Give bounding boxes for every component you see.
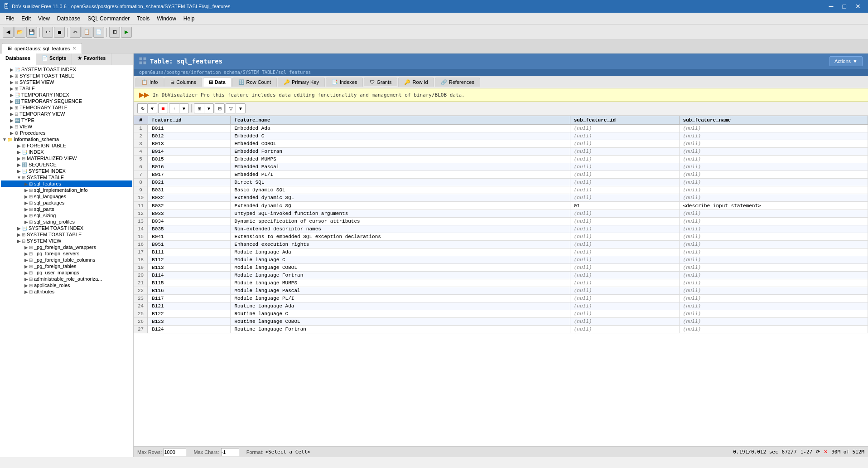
table-row[interactable]: 5B015Embedded MUMPS(null)(null) bbox=[134, 156, 868, 163]
tree-item-sql-implementation-info[interactable]: ▶⊞sql_implementation_info bbox=[1, 187, 132, 193]
tree-item-system-toast-table[interactable]: ▶⊞SYSTEM TOAST TABLE bbox=[1, 231, 132, 238]
expand-icon[interactable]: ▶ bbox=[16, 156, 22, 161]
max-rows-input[interactable] bbox=[164, 448, 186, 456]
tree-item-system-toast-index[interactable]: ▶📑SYSTEM TOAST INDEX bbox=[1, 225, 132, 231]
tree-item-system-index[interactable]: ▶📑SYSTEM INDEX bbox=[1, 168, 132, 174]
tree-item-sequence[interactable]: ▶🔢SEQUENCE bbox=[1, 161, 132, 168]
col-header-num[interactable]: # bbox=[134, 116, 148, 125]
menu-item-sql commander[interactable]: SQL Commander bbox=[84, 15, 133, 23]
expand-icon[interactable]: ▼ bbox=[2, 137, 7, 142]
nav-tab-primary-key[interactable]: 🔑Primary Key bbox=[278, 78, 325, 87]
expand-icon[interactable]: ▶ bbox=[9, 80, 14, 85]
table-row[interactable]: 3B013Embedded COBOL(null)(null) bbox=[134, 140, 868, 148]
nav-tab-row-count[interactable]: 🔢Row Count bbox=[232, 78, 277, 87]
table-row[interactable]: 13B034Dynamic specification of cursor at… bbox=[134, 218, 868, 225]
menu-item-tools[interactable]: Tools bbox=[133, 15, 153, 23]
refresh-button[interactable]: ↩ bbox=[42, 27, 53, 38]
tree-item-index[interactable]: ▶📑INDEX bbox=[1, 149, 132, 155]
tree-item-sql-sizing-profiles[interactable]: ▶⊞sql_sizing_profiles bbox=[1, 219, 132, 225]
table-row[interactable]: 1B011Embedded Ada(null)(null) bbox=[134, 125, 868, 132]
tree-item-sql-sizing[interactable]: ▶⊞sql_sizing bbox=[1, 212, 132, 219]
expand-icon[interactable]: ▶ bbox=[16, 169, 22, 174]
tree-item-temporary-view[interactable]: ▶⊟TEMPORARY VIEW bbox=[1, 111, 132, 117]
menu-item-database[interactable]: Database bbox=[53, 15, 84, 23]
back-button[interactable]: ◀ bbox=[3, 27, 14, 38]
open-button[interactable]: 📂 bbox=[14, 27, 25, 38]
menu-item-view[interactable]: View bbox=[34, 15, 53, 23]
expand-icon[interactable]: ▶ bbox=[16, 143, 22, 148]
table-row[interactable]: 7B017Embedded PL/I(null)(null) bbox=[134, 171, 868, 179]
expand-icon[interactable]: ▶ bbox=[24, 251, 29, 256]
tree-item-system-toast-index[interactable]: ▶📑SYSTEM TOAST INDEX bbox=[1, 66, 132, 73]
expand-icon[interactable]: ▶ bbox=[9, 73, 14, 78]
expand-icon[interactable]: ▶ bbox=[16, 150, 22, 155]
table-container[interactable]: # feature_id feature_name sub_feature_id… bbox=[134, 116, 868, 446]
expand-icon[interactable]: ▶ bbox=[16, 239, 22, 244]
expand-icon[interactable]: ▶ bbox=[24, 207, 29, 212]
expand-icon[interactable]: ▶ bbox=[24, 219, 29, 224]
expand-icon[interactable]: ▶ bbox=[9, 124, 14, 129]
table-row[interactable]: 6B016Embedded Pascal(null)(null) bbox=[134, 163, 868, 171]
expand-icon[interactable]: ▶ bbox=[9, 118, 14, 123]
expand-icon[interactable]: ▶ bbox=[9, 86, 14, 91]
tree-item-administrable-role-authoriza---[interactable]: ▶⊟administrable_role_authoriza... bbox=[1, 276, 132, 282]
tree-item-system-view[interactable]: ▶⊟SYSTEM VIEW bbox=[1, 79, 132, 85]
expand-icon[interactable]: ▶ bbox=[9, 105, 14, 110]
maximize-button[interactable]: □ bbox=[839, 2, 850, 11]
table-row[interactable]: 10B032Extended dynamic SQL(null)(null) bbox=[134, 194, 868, 202]
tree-item-procedures[interactable]: ▶⚙Procedures bbox=[1, 130, 132, 136]
table-row[interactable]: 14B035Non-extended descriptor names(null… bbox=[134, 225, 868, 233]
table-row[interactable]: 27B124Routine language Fortran(null)(nul… bbox=[134, 326, 868, 333]
expand-icon[interactable]: ▶ bbox=[24, 258, 29, 263]
col-header-feature-id[interactable]: feature_id bbox=[148, 116, 231, 125]
tree-item-foreign-table[interactable]: ▶⊞FOREIGN TABLE bbox=[1, 142, 132, 149]
tree-item--pg-foreign-servers[interactable]: ▶⊟_pg_foreign_servers bbox=[1, 250, 132, 257]
expand-icon[interactable]: ▶ bbox=[24, 194, 29, 199]
expand-icon[interactable]: ▶ bbox=[24, 264, 29, 269]
col-header-sub-feature-id[interactable]: sub_feature_id bbox=[570, 116, 679, 125]
table-row[interactable]: 2B012Embedded C(null)(null) bbox=[134, 132, 868, 140]
sidebar-tab-favorites[interactable]: ★ Favorites bbox=[72, 54, 111, 65]
expand-icon[interactable]: ▶ bbox=[24, 277, 29, 282]
dropdown-arrow-button[interactable]: ▼ bbox=[147, 103, 157, 113]
tree-item-attributes[interactable]: ▶⊟attributes bbox=[1, 288, 132, 295]
tree-item-view[interactable]: ▶⊟VIEW bbox=[1, 123, 132, 130]
tree-item-sql-languages[interactable]: ▶⊞sql_languages bbox=[1, 193, 132, 200]
tree-item-sql-features[interactable]: ▶⊞sql_features bbox=[1, 180, 132, 187]
tree-item-sql-parts[interactable]: ▶⊞sql_parts bbox=[1, 206, 132, 212]
table-row[interactable]: 23B117Module language PL/I(null)(null) bbox=[134, 295, 868, 302]
titlebar-controls[interactable]: ─ □ ✕ bbox=[825, 2, 864, 11]
sidebar-tab-databases[interactable]: Databases bbox=[0, 54, 36, 65]
execute-button[interactable]: ▶ bbox=[121, 27, 132, 38]
tree-item-temporary-table[interactable]: ▶⊞TEMPORARY TABLE bbox=[1, 104, 132, 111]
tree-item--pg-foreign-data-wrappers[interactable]: ▶⊟_pg_foreign_data_wrappers bbox=[1, 244, 132, 250]
tree-item-materialized-view[interactable]: ▶⊟MATERIALIZED VIEW bbox=[1, 155, 132, 161]
grid-button[interactable]: ⊞ bbox=[109, 27, 120, 38]
expand-icon[interactable]: ▶ bbox=[9, 112, 14, 117]
col-header-sub-feature-name[interactable]: sub_feature_name bbox=[679, 116, 868, 125]
expand-icon[interactable]: ▶ bbox=[16, 232, 22, 237]
expand-icon[interactable]: ▶ bbox=[16, 162, 22, 167]
table-row[interactable]: 26B123Routine language COBOL(null)(null) bbox=[134, 318, 868, 326]
tree-item-system-table[interactable]: ▼⊞SYSTEM TABLE bbox=[1, 174, 132, 180]
nav-tab-data[interactable]: ⊞Data bbox=[203, 78, 231, 87]
tree-item-temporary-sequence[interactable]: ▶🔢TEMPORARY SEQUENCE bbox=[1, 98, 132, 104]
nav-tab-grants[interactable]: 🛡Grants bbox=[364, 78, 397, 86]
tree-item--pg-foreign-table-columns[interactable]: ▶⊟_pg_foreign_table_columns bbox=[1, 257, 132, 263]
cut-button[interactable]: ✂ bbox=[70, 27, 81, 38]
table-row[interactable]: 18B112Module language C(null)(null) bbox=[134, 256, 868, 264]
expand-icon[interactable]: ▶ bbox=[9, 99, 14, 104]
tree[interactable]: ▶📑SYSTEM TOAST INDEX▶⊞SYSTEM TOAST TABLE… bbox=[0, 65, 133, 457]
tree-item-type[interactable]: ▶🔤TYPE bbox=[1, 117, 132, 123]
expand-icon[interactable]: ▶ bbox=[9, 93, 14, 98]
menu-item-help[interactable]: Help bbox=[180, 15, 198, 23]
nav-tab-row-id[interactable]: 🔑Row Id bbox=[398, 78, 434, 87]
tree-item--pg-user-mappings[interactable]: ▶⊟_pg_user_mappings bbox=[1, 269, 132, 276]
table-row[interactable]: 11B032Extended dynamic SQL01<describe in… bbox=[134, 202, 868, 210]
table-row[interactable]: 21B115Module language MUMPS(null)(null) bbox=[134, 279, 868, 287]
grid-view-button[interactable]: ⊞ bbox=[194, 103, 204, 113]
sidebar-tab-scripts[interactable]: 📄 Scripts bbox=[36, 54, 72, 65]
table-row[interactable]: 4B014Embedded Fortran(null)(null) bbox=[134, 148, 868, 156]
tree-item-applicable-roles[interactable]: ▶⊟applicable_roles bbox=[1, 282, 132, 288]
view-dropdown-button[interactable]: ▼ bbox=[204, 103, 214, 113]
